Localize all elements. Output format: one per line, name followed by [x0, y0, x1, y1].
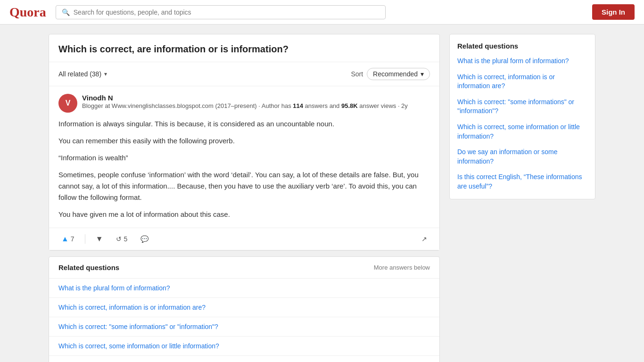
author-row: V Vinodh N Blogger at Www.vinenglishclas… — [58, 94, 430, 113]
author-bio: Blogger at Www.vinenglishclasses.blogspo… — [82, 102, 430, 110]
sidebar-link-0[interactable]: What is the plural form of information? — [457, 57, 587, 66]
answer-body: Information is always singular. This is … — [58, 118, 430, 220]
action-bar: ▲ 7 ▼ ↺ 5 💬 ↗ — [49, 228, 439, 250]
answer-para-4: Sometimes, people confuse ‘information’ … — [58, 169, 430, 203]
answer-para-3: “Information is wealth” — [58, 152, 430, 164]
related-inline-link-0[interactable]: What is the plural form of information? — [49, 279, 439, 298]
search-input[interactable] — [74, 8, 380, 16]
sort-bar: All related (38) ▾ Sort Recommended ▾ — [49, 62, 439, 86]
question-title: Which is correct, are information or is … — [49, 34, 439, 62]
sidebar: Related questions What is the plural for… — [449, 34, 595, 199]
all-related-label: All related (38) — [58, 70, 101, 78]
main-container: Which is correct, are information or is … — [39, 34, 605, 362]
sidebar-link-2[interactable]: Which is correct: "some informations" or… — [457, 98, 587, 116]
answer-para-1: Information is always singular. This is … — [58, 118, 430, 130]
answer-para-2: You can remember this easily with the fo… — [58, 135, 430, 147]
share-count: 5 — [124, 235, 127, 243]
related-inline-link-2[interactable]: Which is correct: "some informations" or… — [49, 317, 439, 337]
question-card: Which is correct, are information or is … — [49, 34, 440, 251]
sidebar-link-1[interactable]: Which is correct, information is or info… — [457, 73, 587, 91]
related-inline-link-3[interactable]: Which is correct, some information or li… — [49, 337, 439, 356]
question-section: Which is correct, are information or is … — [49, 34, 440, 362]
sidebar-link-4[interactable]: Do we say an information or some informa… — [457, 148, 587, 166]
upvote-button[interactable]: ▲ 7 — [58, 233, 77, 245]
sidebar-link-5[interactable]: Is this correct English, “These informat… — [457, 173, 587, 191]
related-questions-inline: Related questions More answers below Wha… — [49, 256, 440, 362]
upvote-count: 7 — [71, 235, 74, 243]
answer-card: V Vinodh N Blogger at Www.vinenglishclas… — [49, 86, 439, 228]
header: Quora 🔍 Sign In — [0, 0, 644, 25]
author-bio-text: Blogger at Www.vinenglishclasses.blogspo… — [82, 102, 293, 109]
comment-icon: 💬 — [140, 235, 149, 243]
related-inline-title: Related questions — [58, 263, 119, 272]
downvote-icon: ▼ — [96, 235, 103, 243]
vote-divider — [85, 234, 85, 244]
author-info: Vinodh N Blogger at Www.vinenglishclasse… — [82, 94, 430, 110]
sidebar-title: Related questions — [457, 42, 587, 50]
author-mid: answers and — [303, 102, 341, 109]
related-inline-link-1[interactable]: Which is correct, information is or info… — [49, 298, 439, 317]
downvote-button[interactable]: ▼ — [93, 233, 106, 245]
share-button[interactable]: ↺ 5 — [113, 233, 130, 245]
author-name[interactable]: Vinodh N — [82, 94, 430, 102]
sort-right: Sort Recommended ▾ — [351, 68, 430, 80]
share-icon: ↺ — [116, 235, 122, 243]
related-inline-header: Related questions More answers below — [49, 257, 439, 279]
search-bar: 🔍 — [56, 5, 386, 19]
related-inline-link-4[interactable]: Do we say an information or some informa… — [49, 356, 439, 362]
all-related-toggle[interactable]: All related (38) ▾ — [58, 70, 107, 78]
sort-chevron-icon: ▾ — [421, 70, 424, 78]
forward-icon: ↗ — [421, 235, 427, 243]
forward-button[interactable]: ↗ — [419, 233, 430, 245]
sort-dropdown[interactable]: Recommended ▾ — [367, 68, 430, 80]
sort-value: Recommended — [373, 70, 418, 78]
sidebar-link-3[interactable]: Which is correct, some information or li… — [457, 123, 587, 141]
signin-button[interactable]: Sign In — [592, 4, 635, 20]
author-suffix: answer views · 2y — [358, 102, 408, 109]
header-right: Sign In — [592, 4, 635, 20]
author-answers: 114 — [293, 102, 303, 109]
quora-logo[interactable]: Quora — [9, 5, 46, 20]
avatar: V — [58, 94, 77, 113]
upvote-icon: ▲ — [61, 235, 69, 243]
comment-button[interactable]: 💬 — [138, 233, 151, 245]
more-answers-label: More answers below — [374, 264, 430, 271]
sort-label: Sort — [351, 70, 363, 78]
author-views: 95.8K — [341, 102, 358, 109]
sidebar-card: Related questions What is the plural for… — [449, 34, 595, 199]
search-icon: 🔍 — [62, 8, 70, 16]
chevron-down-icon: ▾ — [104, 71, 107, 77]
answer-para-5: You have given me a lot of information a… — [58, 209, 430, 220]
